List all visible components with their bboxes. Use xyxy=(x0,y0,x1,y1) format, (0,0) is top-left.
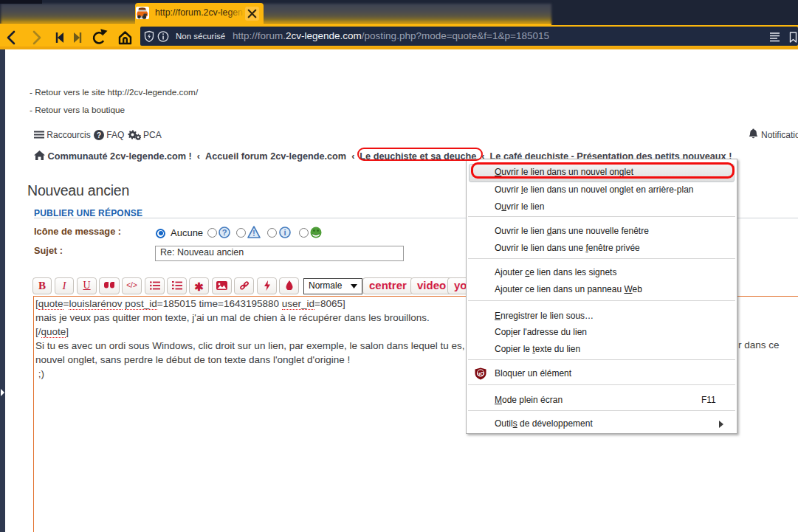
svg-text:!: ! xyxy=(252,229,255,238)
svg-text:uO: uO xyxy=(477,371,484,376)
svg-text:?: ? xyxy=(97,131,101,139)
svg-text:?: ? xyxy=(222,228,227,237)
svg-text:i: i xyxy=(283,228,286,237)
